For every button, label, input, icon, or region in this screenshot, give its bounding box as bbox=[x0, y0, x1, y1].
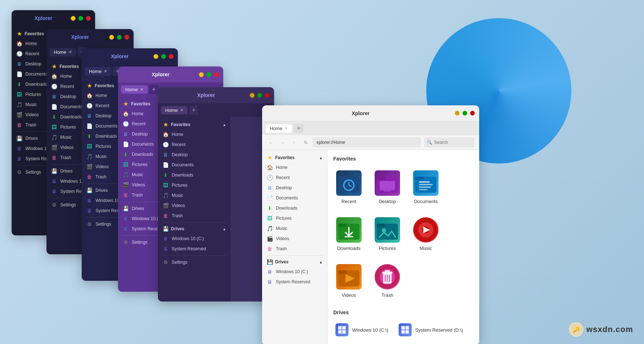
maximize-btn-6[interactable] bbox=[462, 111, 467, 116]
folder-item-pictures[interactable]: Pictures bbox=[372, 214, 403, 254]
folder-item-documents[interactable]: Documents bbox=[410, 167, 441, 207]
folder-item-recent[interactable]: Recent bbox=[333, 167, 364, 207]
videos-icon-3: 🎬 bbox=[86, 163, 93, 170]
favorites-label-4: Favorites bbox=[131, 101, 150, 106]
maximize-btn-5[interactable] bbox=[257, 93, 262, 98]
tab-add-4[interactable]: + bbox=[149, 85, 159, 94]
sidebar-section-drives-6[interactable]: 💾 Drives ▲ bbox=[264, 257, 326, 267]
tab-home-4[interactable]: Home ✕ bbox=[121, 85, 148, 94]
sidebar-section-favorites-6[interactable]: ★ Favorites ▲ bbox=[264, 153, 326, 162]
folder-item-desktop[interactable]: Desktop bbox=[372, 167, 403, 207]
sidebar-item-music-5[interactable]: 🎵 Music bbox=[159, 190, 229, 201]
star-icon-2: ★ bbox=[51, 63, 57, 70]
drive-item-windows[interactable]: Windows 10 (C:\) bbox=[333, 321, 391, 339]
sidebar-item-desktop-6[interactable]: 🖥 Desktop bbox=[264, 183, 326, 193]
favorites-grid-6: Recent Desktop bbox=[333, 167, 473, 301]
videos-label-4: Videos bbox=[132, 182, 145, 187]
sidebar-section-drives-5[interactable]: 💾 Drives ▲ bbox=[159, 224, 229, 234]
recent-icon-5: 🕐 bbox=[162, 141, 169, 148]
sidebar-item-videos-5[interactable]: 🎬 Videos bbox=[159, 201, 229, 211]
nav-back-6[interactable]: ← bbox=[266, 138, 275, 147]
system-label-5: System Reserved bbox=[172, 246, 206, 251]
address-input-6[interactable] bbox=[313, 137, 421, 147]
sidebar-item-documents-5[interactable]: 📄 Documents bbox=[159, 160, 229, 170]
minimize-btn-1[interactable] bbox=[71, 16, 76, 21]
minimize-btn-3[interactable] bbox=[154, 54, 158, 59]
sidebar-item-system-5[interactable]: 🖥 System Reserved bbox=[159, 244, 229, 254]
maximize-btn-4[interactable] bbox=[207, 72, 211, 77]
window-controls-1 bbox=[71, 16, 91, 21]
desktop-icon-4: 🖥 bbox=[122, 131, 129, 137]
trash-label-1: Trash bbox=[25, 122, 36, 128]
sidebar-item-trash-5[interactable]: 🗑 Trash bbox=[159, 211, 229, 221]
nav-up-6[interactable]: ↑ bbox=[290, 138, 298, 147]
nav-forward-6[interactable]: → bbox=[278, 138, 287, 147]
downloads-icon-2: ⬇ bbox=[51, 114, 57, 120]
svg-rect-32 bbox=[385, 270, 390, 272]
minimize-btn-5[interactable] bbox=[250, 93, 254, 98]
maximize-btn-2[interactable] bbox=[117, 35, 122, 40]
close-btn-5[interactable] bbox=[265, 93, 270, 98]
tab-add-5[interactable]: + bbox=[189, 105, 199, 115]
maximize-btn-3[interactable] bbox=[161, 54, 166, 59]
recent-icon-3: 🕐 bbox=[86, 102, 93, 109]
app-title-2: Xplorer bbox=[51, 34, 109, 40]
drives-icon-5-hdr: 💾 bbox=[162, 226, 169, 232]
close-btn-1[interactable] bbox=[86, 16, 91, 21]
folder-item-music[interactable]: Music bbox=[410, 214, 441, 254]
tab-home-3[interactable]: Home ✕ bbox=[85, 67, 111, 76]
folder-item-trash[interactable]: Trash bbox=[372, 261, 403, 301]
minimize-btn-4[interactable] bbox=[199, 72, 204, 77]
tab-close-6[interactable]: ✕ bbox=[285, 126, 288, 131]
sidebar-item-pictures-5[interactable]: 🖼 Pictures bbox=[159, 180, 229, 190]
titlebar-2: Xplorer bbox=[46, 29, 134, 45]
windows-icon-1: 🖥 bbox=[16, 145, 23, 152]
tab-close-5[interactable]: ✕ bbox=[180, 108, 183, 113]
sidebar-item-downloads-5[interactable]: ⬇ Downloads bbox=[159, 170, 229, 180]
sidebar-item-documents-6[interactable]: 📄 Documents bbox=[264, 193, 326, 203]
sidebar-item-downloads-6[interactable]: ⬇ Downloads bbox=[264, 203, 326, 213]
sidebar-item-settings-5[interactable]: ⚙ Settings bbox=[159, 257, 229, 267]
sidebar-item-trash-6[interactable]: 🗑 Trash bbox=[264, 244, 326, 254]
tab-home-6[interactable]: Home ✕ bbox=[265, 124, 293, 133]
tab-close-3[interactable]: ✕ bbox=[104, 69, 107, 74]
sidebar-item-recent-5[interactable]: 🕐 Recent bbox=[159, 139, 229, 150]
sidebar-item-windows-5[interactable]: 🖥 Windows 10 (C:) bbox=[159, 234, 229, 244]
nav-refresh-6[interactable]: ↻ bbox=[301, 138, 310, 147]
sidebar-item-home-5[interactable]: 🏠 Home bbox=[159, 129, 229, 139]
svg-rect-16 bbox=[338, 224, 347, 227]
favorites-label-6: Favorites bbox=[275, 155, 294, 160]
sidebar-item-windows-6[interactable]: 🖥 Windows 10 (C:) bbox=[264, 267, 326, 277]
chevron-6: ▲ bbox=[319, 156, 323, 160]
maximize-btn-1[interactable] bbox=[78, 16, 83, 21]
chevron-drives-5: ▲ bbox=[223, 227, 226, 231]
sidebar-section-favorites-5[interactable]: ★ Favorites ▲ bbox=[159, 120, 229, 129]
downloads-icon-4: ⬇ bbox=[122, 151, 129, 158]
tab-add-6[interactable]: + bbox=[294, 124, 303, 133]
folder-item-videos[interactable]: Videos bbox=[333, 261, 364, 301]
sidebar-item-pictures-6[interactable]: 🖼 Pictures bbox=[264, 213, 326, 223]
close-btn-2[interactable] bbox=[125, 35, 129, 40]
sidebar-item-desktop-5[interactable]: 🖥 Desktop bbox=[159, 150, 229, 160]
folder-name-desktop: Desktop bbox=[379, 199, 396, 204]
tab-home-5[interactable]: Home ✕ bbox=[161, 106, 188, 114]
search-input-6[interactable] bbox=[424, 137, 475, 147]
sidebar-item-videos-6[interactable]: 🎬 Videos bbox=[264, 234, 326, 244]
drive-item-system[interactable]: System Reserved (D:\) bbox=[396, 321, 465, 339]
close-btn-4[interactable] bbox=[214, 72, 219, 77]
sidebar-item-music-6[interactable]: 🎵 Music bbox=[264, 223, 326, 234]
minimize-btn-6[interactable] bbox=[455, 111, 460, 116]
sidebar-item-home-6[interactable]: 🏠 Home bbox=[264, 162, 326, 173]
close-btn-3[interactable] bbox=[169, 54, 174, 59]
tab-close-4[interactable]: ✕ bbox=[140, 87, 143, 92]
sidebar-item-system-6[interactable]: 🖥 System Reserved bbox=[264, 277, 326, 287]
minimize-btn-2[interactable] bbox=[109, 35, 114, 40]
folder-item-downloads[interactable]: Downloads bbox=[333, 214, 364, 254]
sidebar-item-recent-6[interactable]: 🕐 Recent bbox=[264, 173, 326, 183]
tab-close-2[interactable]: ✕ bbox=[69, 50, 72, 54]
window-body-6: ★ Favorites ▲ 🏠 Home 🕐 Recent 🖥 Desktop … bbox=[262, 150, 479, 344]
tab-home-2[interactable]: Home ✕ bbox=[49, 48, 76, 56]
close-btn-6[interactable] bbox=[470, 111, 475, 116]
drives-label-2: Drives bbox=[60, 169, 73, 174]
folder-icon-downloads bbox=[336, 217, 362, 243]
